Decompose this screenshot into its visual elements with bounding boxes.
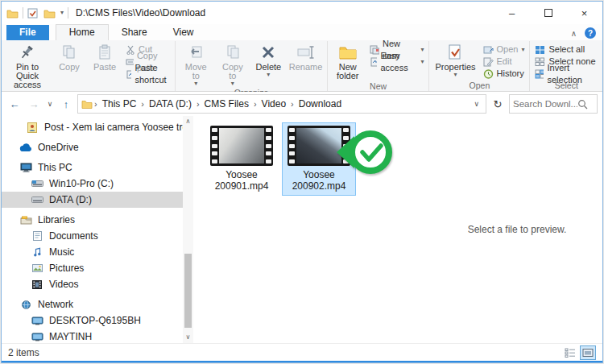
minimize-button[interactable]: – — [494, 2, 530, 24]
breadcrumb-download[interactable]: Download — [296, 98, 345, 110]
tab-share[interactable]: Share — [109, 25, 160, 40]
ribbon-tab-strip: File Home Share View ∧ ? — [2, 24, 602, 40]
breadcrumb-this-pc[interactable]: This PC — [99, 98, 140, 110]
sidebar-item-data-d[interactable]: DATA (D:) — [2, 192, 184, 208]
scroll-down-icon[interactable]: ∨ — [186, 332, 191, 343]
sidebar-item-win10-pro-c[interactable]: Win10-Pro (C:) — [2, 176, 193, 192]
paste-button[interactable]: Paste — [87, 41, 122, 72]
easy-access-dropdown-icon: ▾ — [420, 59, 424, 65]
tab-view[interactable]: View — [160, 25, 207, 40]
file-item-yoosee-200901[interactable]: Yoosee 200901.mp4 — [205, 122, 279, 196]
select-group: Select all Select none Invert selection … — [529, 41, 602, 91]
properties-button[interactable]: Properties ▾ — [431, 41, 479, 78]
breadcrumb-sep-icon: › — [141, 99, 144, 109]
search-input[interactable] — [513, 99, 577, 109]
sidebar-item-maytinh[interactable]: MAYTINH — [2, 329, 193, 345]
move-to-icon — [188, 43, 204, 61]
recent-locations-icon[interactable]: ∨ — [45, 100, 55, 108]
ribbon: Pin to Quick access Copy Paste — [2, 40, 602, 92]
properties-icon[interactable] — [27, 8, 39, 19]
sidebar-item-label: Videos — [49, 279, 78, 290]
copy-icon — [61, 43, 77, 61]
monitor-icon — [19, 163, 32, 172]
video-thumbnail — [210, 126, 273, 166]
sidebar-item-onedrive[interactable]: OneDrive — [2, 139, 193, 155]
address-bar: ← → ∨ ↑ › This PC › DATA (D:) › CMS File… — [2, 92, 602, 116]
qat-customize-icon[interactable]: ▾ — [60, 10, 64, 16]
window-folder-icon — [6, 8, 19, 19]
cut-icon — [126, 45, 135, 55]
paste-shortcut-button[interactable]: Paste shortcut — [122, 68, 173, 80]
breadcrumb-video[interactable]: Video — [259, 98, 289, 110]
rename-icon — [297, 43, 315, 61]
file-list[interactable]: Yoosee 200901.mp4 Yoosee 200902.mp4 — [193, 116, 432, 343]
scrollbar-thumb[interactable] — [184, 254, 192, 327]
refresh-icon[interactable]: ↻ — [490, 98, 506, 110]
copy-button[interactable]: Copy — [52, 41, 87, 72]
music-note-icon — [31, 247, 43, 257]
copy-to-button[interactable]: Copy to ▾ — [214, 41, 250, 87]
breadcrumb-cms-files[interactable]: CMS Files — [201, 98, 252, 110]
open-button[interactable]: Open ▾ — [480, 43, 528, 56]
new-group: New folder New item ▾ Easy access ▾ New — [327, 41, 429, 91]
new-group-label: New — [329, 81, 428, 93]
sidebar-item-videos[interactable]: Videos — [2, 276, 193, 292]
back-icon[interactable]: ← — [6, 98, 23, 110]
history-button[interactable]: History — [480, 68, 528, 80]
tab-home[interactable]: Home — [56, 24, 109, 40]
forward-icon[interactable]: → — [26, 98, 42, 110]
maximize-button[interactable] — [530, 2, 566, 24]
rename-button[interactable]: Rename — [286, 41, 325, 72]
open-group: Properties ▾ Open ▾ Edit Histo — [428, 41, 529, 91]
help-icon[interactable]: ? — [585, 27, 596, 39]
select-all-button[interactable]: Select all — [532, 43, 601, 56]
picture-icon — [31, 264, 43, 272]
collapse-ribbon-icon[interactable]: ∧ — [571, 29, 577, 38]
copy-label: Copy — [59, 63, 80, 72]
delete-icon — [260, 43, 276, 61]
delete-button[interactable]: Delete ▾ — [250, 41, 286, 78]
edit-button[interactable]: Edit — [480, 56, 528, 68]
new-folder-icon[interactable] — [43, 8, 56, 19]
sidebar-item-pictures[interactable]: Pictures — [2, 260, 193, 276]
large-icons-view-button[interactable] — [580, 345, 596, 360]
move-to-button[interactable]: Move to ▾ — [177, 41, 214, 87]
sidebar-item-post[interactable]: Post - Xem lai camera Yoosee tren may ti… — [2, 119, 193, 135]
breadcrumb-data-d[interactable]: DATA (D:) — [146, 98, 195, 110]
computer-icon — [31, 333, 43, 341]
pin-to-quick-access-button[interactable]: Pin to Quick access — [3, 41, 52, 89]
sidebar-item-this-pc[interactable]: This PC — [2, 159, 193, 176]
new-folder-button[interactable]: New folder — [329, 41, 366, 81]
history-label: History — [497, 68, 524, 80]
open-group-label: Open — [431, 80, 527, 92]
preview-pane: Select a file to preview. — [432, 116, 602, 343]
sidebar-item-label: Win10-Pro (C:) — [49, 178, 114, 189]
breadcrumb[interactable]: › This PC › DATA (D:) › CMS Files › Vide… — [77, 94, 486, 114]
sidebar-item-desktop-q6195bh[interactable]: DESKTOP-Q6195BH — [2, 312, 193, 329]
sidebar-item-music[interactable]: Music — [2, 244, 193, 260]
scrollbar-track[interactable] — [183, 127, 193, 332]
select-group-label: Select — [532, 80, 601, 92]
search-box[interactable] — [509, 94, 598, 114]
easy-access-button[interactable]: Easy access ▾ — [366, 56, 428, 68]
navigation-pane: Post - Xem lai camera Yoosee tren may ti… — [2, 116, 193, 343]
item-count: 2 items — [8, 347, 39, 358]
edit-label: Edit — [497, 56, 512, 68]
rename-label: Rename — [289, 63, 323, 72]
scroll-up-icon[interactable]: ∧ — [186, 116, 191, 127]
address-dropdown-icon[interactable]: ∨ — [470, 100, 482, 108]
window-title: D:\CMS Files\Video\Download — [76, 7, 205, 19]
move-to-dropdown-icon: ▾ — [194, 81, 197, 87]
sidebar-item-label: OneDrive — [38, 142, 79, 153]
sidebar-scrollbar[interactable]: ∧ ∨ — [183, 116, 193, 343]
invert-selection-button[interactable]: Invert selection — [532, 68, 601, 80]
sidebar-item-network[interactable]: Network — [2, 296, 193, 312]
sidebar-item-libraries[interactable]: Libraries — [2, 212, 193, 228]
tab-file[interactable]: File — [6, 25, 49, 40]
open-label: Open — [497, 43, 519, 56]
up-icon[interactable]: ↑ — [58, 98, 74, 110]
details-view-button[interactable] — [562, 345, 578, 360]
sidebar-item-documents[interactable]: Documents — [2, 228, 193, 244]
delete-dropdown-icon: ▾ — [267, 72, 270, 78]
close-button[interactable]: × — [566, 2, 602, 24]
